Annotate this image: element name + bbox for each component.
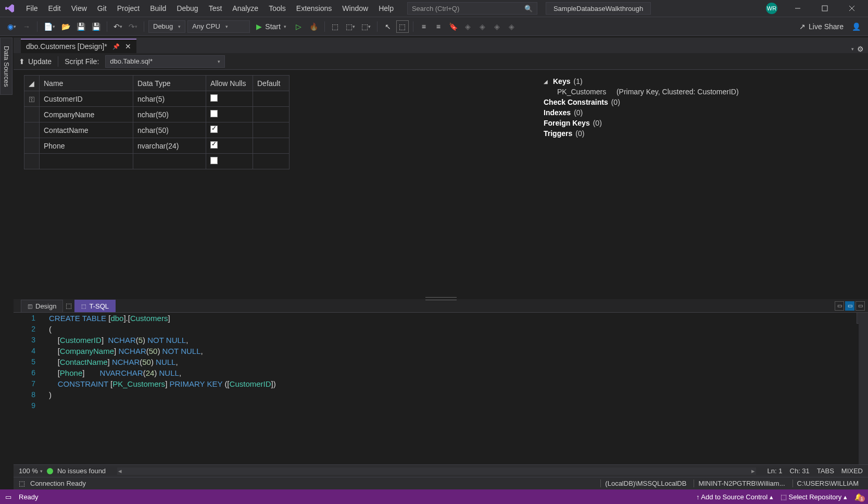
view-icon[interactable]: ▭ bbox=[845, 301, 854, 311]
menu-debug[interactable]: Debug bbox=[171, 3, 203, 14]
toolbar-icon[interactable]: ↖ bbox=[382, 20, 394, 33]
table-row[interactable]: ContactName nchar(50) bbox=[24, 122, 524, 138]
cell-nulls[interactable] bbox=[206, 107, 253, 122]
checkbox[interactable] bbox=[210, 141, 218, 149]
menu-view[interactable]: View bbox=[66, 3, 92, 14]
checkbox[interactable] bbox=[210, 157, 218, 164]
primary-key-item[interactable]: PK_Customers (Primary Key, Clustered: Cu… bbox=[544, 88, 860, 96]
undo-button[interactable]: ↶ ▾ bbox=[111, 20, 124, 33]
update-button[interactable]: ⬆ Update bbox=[19, 57, 52, 66]
user-avatar[interactable]: WR bbox=[766, 3, 777, 14]
foreign-keys-section[interactable]: Foreign Keys (0) bbox=[544, 119, 860, 127]
columns-grid[interactable]: ◢ Name Data Type Allow Nulls Default ⚿ C… bbox=[14, 70, 535, 299]
menu-build[interactable]: Build bbox=[145, 3, 171, 14]
toolbar-icon[interactable]: ◈ bbox=[462, 20, 474, 33]
cell-default[interactable] bbox=[253, 91, 290, 107]
scriptfile-dropdown[interactable]: dbo.Table.sql*▾ bbox=[105, 55, 225, 68]
check-constraints-section[interactable]: Check Constraints (0) bbox=[544, 98, 860, 106]
table-row[interactable]: CompanyName nchar(50) bbox=[24, 107, 524, 122]
data-sources-tab[interactable]: Data Sources bbox=[0, 38, 12, 95]
document-tab[interactable]: dbo.Customers [Design]* 📌 ✕ bbox=[21, 39, 136, 53]
toolbar-icon[interactable]: ⬚ bbox=[329, 20, 342, 33]
split-handle[interactable] bbox=[420, 296, 462, 301]
cell-nulls[interactable] bbox=[206, 122, 253, 138]
cell-type[interactable]: nchar(50) bbox=[133, 122, 206, 138]
cell-name[interactable]: CustomerID bbox=[40, 91, 133, 107]
checkbox[interactable] bbox=[210, 94, 218, 102]
start-without-debug-button[interactable]: ▷ bbox=[293, 20, 305, 33]
design-tab[interactable]: ◫Design bbox=[21, 300, 63, 312]
menu-extensions[interactable]: Extensions bbox=[291, 3, 337, 14]
line-indicator[interactable]: Ln: 1 bbox=[768, 467, 783, 475]
cell-nulls[interactable] bbox=[206, 138, 253, 154]
minimize-button[interactable] bbox=[786, 0, 810, 17]
indexes-section[interactable]: Indexes (0) bbox=[544, 108, 860, 117]
row-header[interactable] bbox=[24, 122, 40, 138]
cell-name[interactable]: CompanyName bbox=[40, 107, 133, 122]
menu-analyze[interactable]: Analyze bbox=[227, 3, 263, 14]
toolbar-icon[interactable]: ⬚▾ bbox=[359, 20, 373, 33]
live-share-button[interactable]: ↗ Live Share bbox=[797, 20, 846, 33]
tsql-tab[interactable]: ⬚T-SQL bbox=[74, 300, 116, 312]
solution-platform-dropdown[interactable]: Any CPU▾ bbox=[187, 20, 250, 33]
toolbar-icon[interactable]: ◈ bbox=[506, 20, 518, 33]
maximize-button[interactable] bbox=[813, 0, 837, 17]
menu-window[interactable]: Window bbox=[337, 3, 373, 14]
cell-type[interactable]: nchar(50) bbox=[133, 107, 206, 122]
toolbar-icon[interactable]: ◈ bbox=[476, 20, 489, 33]
menu-git[interactable]: Git bbox=[92, 3, 112, 14]
menu-help[interactable]: Help bbox=[373, 3, 399, 14]
expander-icon[interactable]: ◢ bbox=[544, 79, 550, 84]
cell-type[interactable]: nvarchar(24) bbox=[133, 138, 206, 154]
row-header[interactable] bbox=[24, 107, 40, 122]
tab-overflow-icon[interactable]: ▾ bbox=[851, 46, 854, 52]
table-row-new[interactable] bbox=[24, 154, 524, 169]
menu-file[interactable]: File bbox=[21, 3, 43, 14]
select-repository-button[interactable]: ⬚ Select Repository ▴ bbox=[781, 493, 847, 501]
notifications-button[interactable]: 🔔1 bbox=[854, 493, 863, 501]
solution-name-dropdown[interactable]: SampleDatabaseWalkthrough bbox=[546, 2, 651, 15]
start-debug-button[interactable]: ▶Start▾ bbox=[252, 20, 291, 33]
nav-forward-button[interactable]: → bbox=[20, 20, 33, 33]
cell-nulls[interactable] bbox=[206, 91, 253, 107]
sql-editor[interactable]: 123456789 CREATE TABLE [dbo].[Customers]… bbox=[14, 313, 868, 464]
menu-project[interactable]: Project bbox=[112, 3, 145, 14]
close-tab-icon[interactable]: ✕ bbox=[125, 42, 131, 51]
mixed-indicator[interactable]: MIXED bbox=[841, 467, 863, 475]
view-icon[interactable]: ▭ bbox=[835, 301, 844, 311]
pin-icon[interactable]: 📌 bbox=[112, 43, 120, 50]
window-options-icon[interactable]: ⚙ bbox=[857, 45, 864, 53]
triggers-section[interactable]: Triggers (0) bbox=[544, 129, 860, 138]
menu-tools[interactable]: Tools bbox=[263, 3, 291, 14]
keys-section[interactable]: ◢Keys (1) bbox=[544, 77, 860, 85]
cell-default[interactable] bbox=[253, 107, 290, 122]
toolbar-icon[interactable]: ≡ bbox=[432, 20, 445, 33]
cell-type[interactable]: nchar(5) bbox=[133, 91, 206, 107]
new-item-button[interactable]: 📄▾ bbox=[42, 20, 57, 33]
cell-default[interactable] bbox=[253, 138, 290, 154]
vertical-scrollbar[interactable] bbox=[859, 313, 868, 464]
toolbar-icon[interactable]: ⬚▾ bbox=[344, 20, 357, 33]
close-button[interactable] bbox=[840, 0, 864, 17]
feedback-button[interactable]: 👤 bbox=[850, 20, 863, 33]
view-icon[interactable]: ▭ bbox=[856, 301, 865, 311]
search-input[interactable]: Search (Ctrl+Q) 🔍 bbox=[407, 2, 537, 15]
cell-name[interactable]: Phone bbox=[40, 138, 133, 154]
zoom-dropdown[interactable]: 100 %▾ bbox=[19, 467, 43, 475]
cell-name[interactable]: ContactName bbox=[40, 122, 133, 138]
toolbar-icon[interactable]: ≡ bbox=[418, 20, 430, 33]
row-header[interactable] bbox=[24, 138, 40, 154]
cell-default[interactable] bbox=[253, 122, 290, 138]
row-header[interactable]: ⚿ bbox=[24, 91, 40, 107]
save-all-button[interactable]: 💾 bbox=[90, 20, 103, 33]
tabs-indicator[interactable]: TABS bbox=[817, 467, 834, 475]
split-icon[interactable]: ⬚ bbox=[63, 300, 74, 312]
col-header-default[interactable]: Default bbox=[253, 76, 290, 91]
menu-edit[interactable]: Edit bbox=[43, 3, 66, 14]
checkbox[interactable] bbox=[210, 126, 218, 133]
horizontal-scrollbar[interactable]: ◂ ▸ bbox=[117, 468, 756, 475]
char-indicator[interactable]: Ch: 31 bbox=[790, 467, 810, 475]
menu-test[interactable]: Test bbox=[204, 3, 228, 14]
redo-button[interactable]: ↷ ▾ bbox=[127, 20, 140, 33]
nav-back-button[interactable]: ◉ ▾ bbox=[5, 20, 18, 33]
